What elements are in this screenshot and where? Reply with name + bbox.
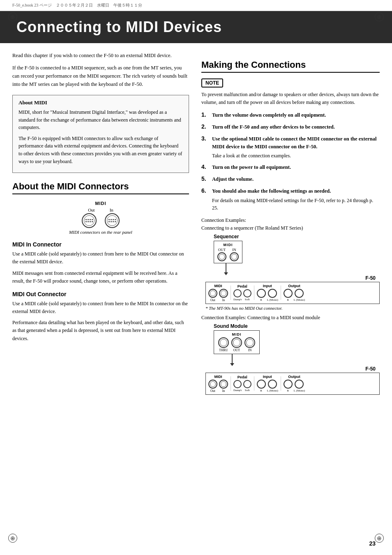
f50-2-midi-out-label: Out [210,389,215,393]
sep2 [254,286,254,300]
f50-midi-in-label: In [222,298,225,302]
sound-module-label: Connection Examples: Connecting to a MID… [201,315,380,321]
seq-in-port: IN [230,248,239,261]
step-3-content: Use the optional MIDI cable to connect t… [212,135,380,160]
step-1-number: 1. [201,111,210,118]
f50-2-midi-in-label: In [222,389,225,393]
about-connectors-section: About the MIDI Connectors MIDI Out In [12,181,189,343]
step-1-content: Turn the volume down completely on all e… [212,111,326,119]
f50-2-input-r: R [257,380,266,392]
f50-2-input-r-label: R [260,389,262,392]
corner-mark-tr: ⊕ [375,12,384,21]
f50-2-output-r: R [284,380,293,392]
f50-label-wrapper-2: F-50 [205,366,380,372]
f50-soft-conn [243,289,251,297]
about-midi-text1: MIDI, short for "Musical Instrument Digi… [18,108,183,131]
sequencer-ports: OUT IN [217,248,239,261]
f50-input-r-label: R [260,298,262,302]
right-column: Making the Connections NOTE To prevent m… [201,51,380,398]
step-2-content: Turn off the F-50 and any other devices … [212,123,335,131]
f50-2-input-section: Input R L (Mono) [257,375,278,392]
corner-mark-tl: ⊕ [8,12,17,21]
f50-2-output-label: Output [288,375,300,379]
sm-arrow [226,354,238,366]
corner-mark-bl: ⊕ [8,534,17,543]
f50-output-section: Output R L (Mono) [284,284,305,302]
step-5-number: 5. [201,175,210,182]
step-2-number: 2. [201,123,210,130]
sequencer-label: Connecting to a sequencer (The Roland MT… [201,225,380,231]
seq-in-connector [230,252,239,261]
step-1: 1. Turn the volume down completely on al… [201,111,380,119]
f50-input-r: R [257,289,266,302]
f50-2-soft: Soft [243,380,251,392]
sm-midi-label: MIDI [232,332,242,336]
sep6 [281,376,281,391]
midi-in-heading: MIDI In Connector [12,241,189,248]
step-4-content: Turn on the power to all equipment. [212,164,291,171]
in-connector-group [105,213,120,228]
sequencer-box: MIDI OUT IN [214,241,242,263]
in-label: In [110,207,113,212]
connection-examples-sequencer: Connection Examples: Connecting to a seq… [201,217,380,395]
sm-in-port: IN [244,337,255,352]
f50-2-midi-in: In [219,380,228,393]
seq-out-port: OUT [217,248,226,261]
sm-arrow-line [232,354,233,363]
step-5: 5. Adjust the volume. [201,175,380,183]
f50-damper-label: Damp'r [233,298,242,301]
f50-2-damper: Damp'r [233,380,242,392]
f50-2-output-r-conn [284,380,293,389]
midi-out-text2: Performance data detailing what has been… [12,319,189,343]
sequencer-midi-label: MIDI [224,243,233,247]
f50-midi-in-conn [219,289,228,298]
f50-input-l-label: L (Mono) [267,298,278,302]
f50-2-pedal-label: Pedal [238,375,247,379]
seq-out-connector [217,252,226,261]
sound-module-diagram: Sound Module MIDI THRU OUT [205,323,380,395]
f50-input-r-conn [257,289,266,298]
f50-2-pedal-section: Pedal Damp'r Soft [233,375,251,392]
sequencer-diagram: Sequencer MIDI OUT IN [205,234,380,311]
sequencer-device-label: Sequencer [214,234,239,240]
f50-output-l-conn [295,289,304,298]
step-6-content: You should also make the following setti… [212,187,380,212]
step-6: 6. You should also make the following se… [201,187,380,212]
f50-2-soft-label: Soft [245,389,250,392]
f50-2-midi-in-conn [219,380,228,389]
sequencer-device-wrapper: Sequencer MIDI OUT IN [214,234,380,263]
step-4: 4. Turn on the power to all equipment. [201,164,380,171]
f50-pedal-ports: Damp'r Soft [233,289,251,301]
midi-connector-diagram: MIDI Out In [12,201,189,235]
f50-label-wrapper-1: F-50 [205,275,380,281]
f50-2-midi-out: Out [208,380,217,393]
connector-dots-out [85,219,93,222]
page-title: Connecting to MIDI Devices [16,18,376,36]
title-section: Connecting to MIDI Devices [0,11,392,43]
top-bar-text: F-50_e.book 23 ページ ２００５年２月２日 水曜日 午後５時１１分 [12,2,142,8]
about-midi-title: About MIDI [18,99,183,106]
out-label: Out [88,207,95,212]
f50-2-midi-label: MIDI [214,375,222,379]
f50-2-input-ports: R L (Mono) [257,380,278,392]
f50-2-pedal-ports: Damp'r Soft [233,380,251,392]
sm-out-port: OUT [231,337,242,352]
f50-2-damper-conn [233,380,242,388]
f50-label-1: F-50 [365,275,376,281]
f50-2-input-r-conn [257,380,266,389]
f50-2-midi-out-conn [208,380,217,389]
f50-2-midi-ports: Out In [208,380,228,393]
seq-arrow [220,263,232,275]
step-3-number: 3. [201,135,210,142]
sm-thru-label: THRU [219,348,228,352]
f50-input-label: Input [263,284,272,288]
intro-para2: If the F-50 is connected to a MIDI seque… [12,64,189,88]
out-connector-group [82,213,97,228]
sm-in-label: IN [248,348,251,352]
f50-2-output-r-label: R [287,389,289,392]
f50-output-l-label: L (Mono) [294,298,305,302]
sm-out-label: OUT [233,348,240,352]
sm-thru-port: THRU [218,337,229,352]
f50-input-section: Input R L (Mono) [257,284,278,302]
top-bar: F-50_e.book 23 ページ ２００５年２月２日 水曜日 午後５時１１分 [0,0,392,11]
